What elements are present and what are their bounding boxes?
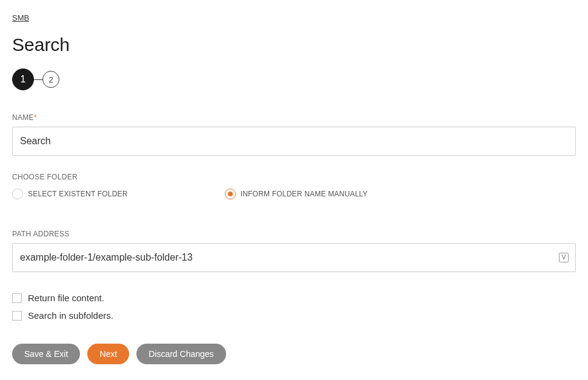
radio-inform-manually[interactable]: INFORM FOLDER NAME MANUALLY	[225, 188, 368, 199]
variable-picker-icon[interactable]: V	[559, 253, 569, 262]
radio-inform-manually-label: INFORM FOLDER NAME MANUALLY	[241, 190, 368, 198]
action-buttons: Save & Exit Next Discard Changes	[12, 344, 576, 364]
return-file-content-checkbox[interactable]: Return file content.	[12, 293, 576, 303]
field-name-section: NAME*	[12, 113, 576, 156]
search-subfolders-label: Search in subfolders.	[28, 310, 113, 321]
name-label: NAME*	[12, 113, 576, 122]
search-subfolders-checkbox[interactable]: Search in subfolders.	[12, 310, 576, 321]
radio-select-existent[interactable]: SELECT EXISTENT FOLDER	[12, 188, 128, 199]
page-title: Search	[12, 35, 576, 55]
discard-changes-button[interactable]: Discard Changes	[136, 344, 226, 364]
choose-folder-label: CHOOSE FOLDER	[12, 173, 576, 181]
save-exit-button[interactable]: Save & Exit	[12, 344, 80, 364]
path-address-input[interactable]	[12, 243, 576, 272]
step-2[interactable]: 2	[42, 71, 59, 88]
required-mark: *	[34, 113, 37, 122]
stepper: 1 2	[12, 68, 576, 90]
checkbox-box-icon	[12, 293, 22, 303]
breadcrumb-smb[interactable]: SMB	[12, 13, 29, 22]
path-address-label: PATH ADDRESS	[12, 230, 576, 238]
radio-select-existent-label: SELECT EXISTENT FOLDER	[28, 190, 128, 198]
choose-folder-section: CHOOSE FOLDER SELECT EXISTENT FOLDER INF…	[12, 173, 576, 199]
radio-circle-icon	[225, 188, 236, 199]
return-file-content-label: Return file content.	[28, 293, 104, 303]
radio-circle-icon	[12, 188, 23, 199]
step-connector	[34, 79, 42, 80]
checkbox-box-icon	[12, 311, 22, 321]
next-button[interactable]: Next	[87, 344, 129, 364]
name-input[interactable]	[12, 127, 576, 156]
checkbox-group: Return file content. Search in subfolder…	[12, 293, 576, 321]
name-label-text: NAME	[12, 113, 34, 122]
path-address-section: PATH ADDRESS V	[12, 230, 576, 272]
step-1[interactable]: 1	[12, 68, 34, 90]
